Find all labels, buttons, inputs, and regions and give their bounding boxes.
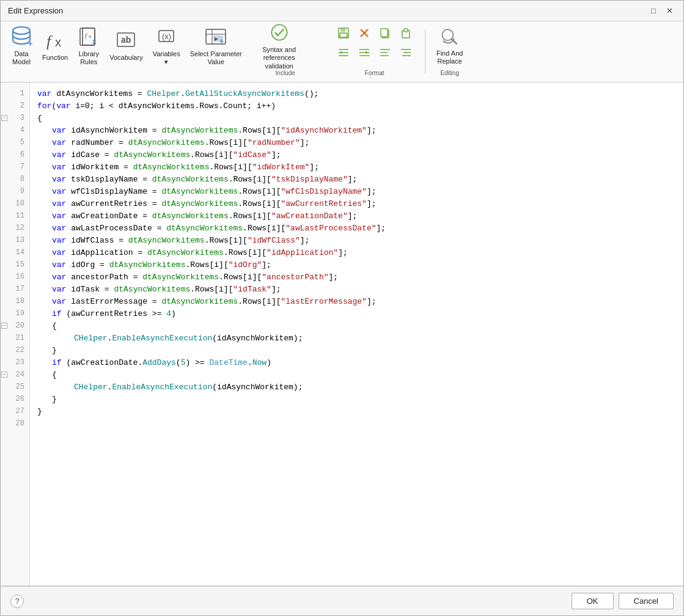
library-rules-icon: f x x [78,26,100,48]
footer-left: ? [10,595,24,608]
code-line: var idCase = dtAsyncWorkitems.Rows[i]["i… [30,148,683,161]
line-number: 21 [1,332,29,344]
find-replace-button[interactable]: Find AndReplace [425,23,474,67]
collapse-button[interactable]: − [1,372,7,378]
svg-rect-28 [404,29,408,32]
code-line: var idAsynchWorkitem = dtAsyncWorkitems.… [30,124,683,136]
code-line: CHelper.EnableAsynchExecution(idAsynchWo… [30,381,683,393]
library-rules-label: LibraryRules [78,50,99,66]
line-number: 28 [1,417,29,430]
paste-button[interactable] [396,24,416,42]
vocabulary-button[interactable]: ab Vocabulary [105,24,147,68]
code-line: var tskDisplayName = dtAsyncWorkitems.Ro… [30,173,683,185]
format-section: Format [324,24,425,79]
indent-left-button[interactable] [334,43,353,62]
vocabulary-icon: ab [115,29,137,51]
line-number: 10 [1,197,29,210]
svg-point-0 [13,27,30,34]
line-number: 12 [1,222,29,234]
format-section-label: Format [365,70,384,76]
svg-text:x: x [92,37,97,46]
save-button[interactable] [334,24,353,42]
line-number: 1 [1,87,29,100]
select-param-label: Select ParameterValue [190,50,242,66]
line-number: 23 [1,356,29,369]
line-numbers: 12−345678910111213141516171819−20212223−… [1,82,30,585]
svg-text:▶: ▶ [215,36,219,42]
svg-text:(x): (x) [162,32,171,41]
align-left-button[interactable] [375,43,395,62]
line-number: 25 [1,381,29,393]
code-line: if (awCreationDate.AddDays(5) >= DateTim… [30,356,683,369]
function-label: Function [42,54,68,62]
collapse-button[interactable]: − [1,115,7,121]
format-buttons [334,24,416,62]
syntax-validation-section: Syntax and referencesvalidation Include [247,24,324,79]
indent-right-button[interactable] [355,43,374,62]
svg-rect-26 [381,29,388,37]
copy-button[interactable] [375,24,395,42]
code-line: { [30,112,683,124]
title-bar-left: Edit Expression [8,6,63,15]
line-number: 27 [1,405,29,417]
line-number: 8 [1,173,29,185]
edit-expression-dialog: Edit Expression □ ✕ + DataModel [0,0,684,616]
code-line: var ancestorPath = dtAsyncWorkitems.Rows… [30,271,683,283]
editing-section: Find AndReplace Editing [425,24,474,79]
format-row-2 [334,43,416,62]
syntax-validation-button[interactable]: Syntax and referencesvalidation [247,24,312,68]
variables-icon: (x) [155,26,177,48]
variables-label: Variables▾ [153,50,180,66]
function-button[interactable]: f x Function [37,24,73,68]
code-line: CHelper.EnableAsynchExecution(idAsynchWo… [30,332,683,344]
code-line: var idWfClass = dtAsyncWorkitems.Rows[i]… [30,234,683,246]
code-line: } [30,393,683,405]
line-number: 13 [1,234,29,246]
line-number: 17 [1,283,29,295]
svg-text:f: f [46,32,53,50]
vocabulary-label: Vocabulary [109,54,142,62]
code-line: } [30,405,683,417]
library-rules-button[interactable]: f x x LibraryRules [73,24,105,68]
svg-text:+: + [219,37,224,46]
line-number: 7 [1,161,29,173]
close-button[interactable]: ✕ [663,4,676,18]
align-right-button[interactable] [396,43,416,62]
line-number: 11 [1,210,29,222]
dialog-title: Edit Expression [8,6,63,15]
ok-button[interactable]: OK [572,593,614,609]
line-number: −20 [1,320,29,332]
maximize-button[interactable]: □ [647,4,660,18]
help-button[interactable]: ? [10,595,24,608]
line-number: 19 [1,307,29,320]
code-line: var dtAsyncWorkitems = CHelper.GetAllStu… [30,87,683,100]
select-param-button[interactable]: ▶ + Select ParameterValue [185,24,247,68]
svg-rect-21 [340,28,345,32]
svg-text:x: x [55,35,61,49]
code-line: { [30,369,683,381]
format-row-1 [334,24,416,42]
syntax-validation-icon [268,21,290,43]
svg-rect-22 [340,33,347,37]
vocabulary-section: ab Vocabulary [105,24,147,79]
line-number: 22 [1,344,29,356]
variables-button[interactable]: (x) Variables▾ [148,24,185,68]
code-area[interactable]: var dtAsyncWorkitems = CHelper.GetAllStu… [30,82,683,585]
svg-text:+: + [28,40,32,48]
data-model-section: + DataModel [6,24,37,79]
find-replace-label: Find AndReplace [436,50,463,65]
cut-button[interactable] [355,24,374,42]
editing-section-label: Editing [440,70,459,76]
line-number: 4 [1,124,29,136]
data-model-icon: + [10,26,32,48]
library-rules-section: f x x LibraryRules [73,24,105,79]
code-line [30,417,683,430]
data-model-button[interactable]: + DataModel [6,24,37,68]
collapse-button[interactable]: − [1,323,7,329]
line-number: −3 [1,112,29,124]
cancel-button[interactable]: Cancel [619,593,674,609]
code-line: } [30,344,683,356]
code-line: { [30,320,683,332]
code-line: var idApplication = dtAsyncWorkitems.Row… [30,246,683,258]
line-number: −24 [1,369,29,381]
